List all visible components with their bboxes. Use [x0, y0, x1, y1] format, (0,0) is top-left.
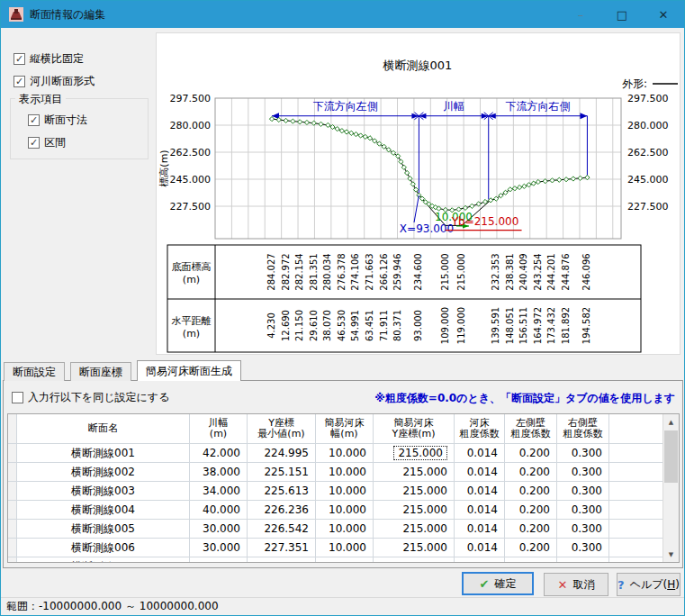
grid-value-cell[interactable]: 0.014 — [455, 520, 505, 539]
checkbox-box[interactable]: ✓ — [28, 137, 40, 149]
grid-value-cell[interactable]: 10.000 — [316, 482, 374, 501]
checkbox-interval[interactable]: ✓ 区間 — [28, 135, 66, 149]
grid-value-cell[interactable]: 0.014 — [455, 501, 505, 520]
grid-value-cell[interactable]: 0.200 — [505, 520, 557, 539]
grid-value-cell[interactable]: 10.000 — [316, 520, 374, 539]
tab-section-coordinates[interactable]: 断面座標 — [70, 362, 131, 381]
section-name-cell[interactable]: 横断測線001 — [17, 444, 190, 463]
row-header-cell[interactable] — [8, 482, 17, 501]
grid-value-cell[interactable]: 40.000 — [190, 501, 248, 520]
grid-value-cell[interactable]: 0.300 — [557, 463, 609, 482]
section-name-cell[interactable]: 横断測線003 — [17, 482, 190, 501]
grid-vertical-scrollbar[interactable]: ▲ ▼ — [662, 414, 679, 562]
grid-value-cell[interactable]: 224.995 — [248, 444, 316, 463]
grid-value-cell[interactable]: 0.300 — [557, 539, 609, 557]
grid-value-cell[interactable]: 0.014 — [455, 482, 505, 501]
row-header-cell[interactable] — [8, 539, 17, 557]
grid-value-cell[interactable]: 0.200 — [505, 444, 557, 463]
grid-value-cell[interactable]: 0.300 — [557, 520, 609, 539]
minimize-button[interactable]: – — [560, 1, 601, 28]
checkbox-river-section-format[interactable]: ✓ 河川断面形式 — [14, 74, 95, 88]
y-axis-label: 標高(m) — [158, 149, 170, 186]
tab-simple-riverbed-generation[interactable]: 簡易河床断面生成 — [137, 360, 241, 381]
grid-value-cell[interactable] — [505, 557, 557, 562]
grid-value-cell[interactable]: 34.000 — [190, 482, 248, 501]
distance-value: 139.591 — [491, 307, 500, 344]
grid-value-cell[interactable]: 30.000 — [190, 539, 248, 557]
section-name-cell[interactable]: 横断測線004 — [17, 501, 190, 520]
grid-value-cell[interactable]: 215.000 — [374, 444, 455, 463]
grid-value-cell[interactable]: 226.236 — [248, 501, 316, 520]
maximize-button[interactable]: □ — [601, 1, 643, 28]
grid-value-cell[interactable] — [316, 557, 374, 562]
scroll-up-button[interactable]: ▲ — [663, 414, 679, 430]
grid-value-cell[interactable]: 0.014 — [455, 444, 505, 463]
distance-value: 71.911 — [379, 310, 389, 341]
row-header-cell[interactable] — [8, 444, 17, 463]
grid-value-cell[interactable]: 215.000 — [374, 463, 455, 482]
scroll-down-icon: ▼ — [669, 551, 673, 558]
grid-value-cell[interactable]: 38.000 — [190, 463, 248, 482]
grid-value-cell[interactable]: 0.200 — [505, 482, 557, 501]
checkbox-box[interactable]: ✓ — [28, 114, 40, 126]
grid-value-cell[interactable]: 225.151 — [248, 463, 316, 482]
grid-value-cell[interactable]: 42.000 — [190, 444, 248, 463]
grid-value-cell[interactable] — [455, 557, 505, 562]
grid-value-cell[interactable]: 225.613 — [248, 482, 316, 501]
checkbox-apply-same-below[interactable]: 入力行以下を同じ設定にする — [12, 390, 169, 404]
grid-value-cell[interactable]: 0.014 — [455, 463, 505, 482]
checkbox-section-dimensions[interactable]: ✓ 断面寸法 — [28, 113, 87, 127]
grid-value-cell[interactable] — [190, 557, 248, 562]
grid-value-cell[interactable] — [557, 557, 609, 562]
grid-value-cell[interactable]: 215.000 — [374, 539, 455, 557]
confirm-button[interactable]: ✔ 確定 — [462, 572, 534, 595]
grid-value-cell[interactable]: 227.351 — [248, 539, 316, 557]
grid-value-cell[interactable]: 10.000 — [316, 501, 374, 520]
close-button[interactable]: ✕ — [643, 1, 684, 28]
checkbox-box[interactable]: ✓ — [14, 53, 25, 65]
help-button[interactable]: ? ヘルプ(H) — [617, 573, 680, 596]
scroll-thumb[interactable] — [664, 430, 678, 483]
row-header-cell[interactable] — [8, 463, 17, 482]
grid-value-cell[interactable]: 215.000 — [374, 482, 455, 501]
scroll-down-button[interactable]: ▼ — [663, 547, 679, 562]
grid-value-cell[interactable]: 0.300 — [557, 444, 609, 463]
grid-value-cell[interactable]: 215.000 — [374, 501, 455, 520]
cancel-button[interactable]: ✕ 取消 — [544, 573, 608, 596]
grid-value-cell[interactable]: 10.000 — [316, 539, 374, 557]
grid-value-cell[interactable]: 10.000 — [316, 444, 374, 463]
grid-value-cell[interactable]: 10.000 — [316, 463, 374, 482]
row-header-cell[interactable] — [8, 501, 17, 520]
row-header-cell[interactable] — [8, 520, 17, 539]
close-icon: ✕ — [659, 8, 669, 22]
grid-value-cell[interactable]: 0.200 — [505, 539, 557, 557]
tab-section-settings[interactable]: 断面設定 — [4, 362, 65, 381]
y-tick-right: 280.000 — [627, 120, 669, 131]
elevation-value: 246.096 — [581, 253, 591, 290]
measurement-row-label: 水平距離 — [172, 315, 212, 327]
grid-value-cell[interactable]: 0.200 — [505, 463, 557, 482]
grid-column-header: 簡易河床Y座標(m) — [374, 414, 455, 444]
section-name-cell[interactable]: 横断測線007 — [17, 557, 190, 562]
grid-value-cell[interactable]: 226.542 — [248, 520, 316, 539]
section-grid-table: 断面名川幅(m)Y座標最小値(m)簡易河床幅(m)簡易河床Y座標(m)河床粗度係… — [8, 414, 663, 562]
options-panel: ✓ 縦横比固定 ✓ 河川断面形式 表示項目 ✓ 断面寸法 ✓ 区間 — [1, 28, 156, 357]
grid-value-cell[interactable]: 0.300 — [557, 501, 609, 520]
section-name-cell[interactable]: 横断測線002 — [17, 463, 190, 482]
section-name-cell[interactable]: 横断測線005 — [17, 520, 190, 539]
grid-value-cell[interactable]: 0.300 — [557, 482, 609, 501]
grid-value-cell[interactable] — [248, 557, 316, 562]
distance-value: 93.000 — [413, 310, 423, 341]
grid-value-cell[interactable] — [374, 557, 455, 562]
checkbox-box[interactable] — [12, 392, 23, 403]
section-name-cell[interactable]: 横断測線006 — [17, 539, 190, 557]
grid-value-cell[interactable]: 215.000 — [374, 520, 455, 539]
grid-value-cell[interactable]: 30.000 — [190, 520, 248, 539]
checkbox-aspect-ratio-lock[interactable]: ✓ 縦横比固定 — [14, 51, 84, 66]
grid-value-cell[interactable]: 0.014 — [455, 539, 505, 557]
window-title: 断面情報の編集 — [30, 7, 105, 23]
row-header-cell[interactable] — [8, 557, 17, 562]
checkbox-box[interactable]: ✓ — [14, 76, 25, 87]
y-tick-right: 262.500 — [627, 147, 669, 159]
grid-value-cell[interactable]: 0.200 — [505, 501, 557, 520]
